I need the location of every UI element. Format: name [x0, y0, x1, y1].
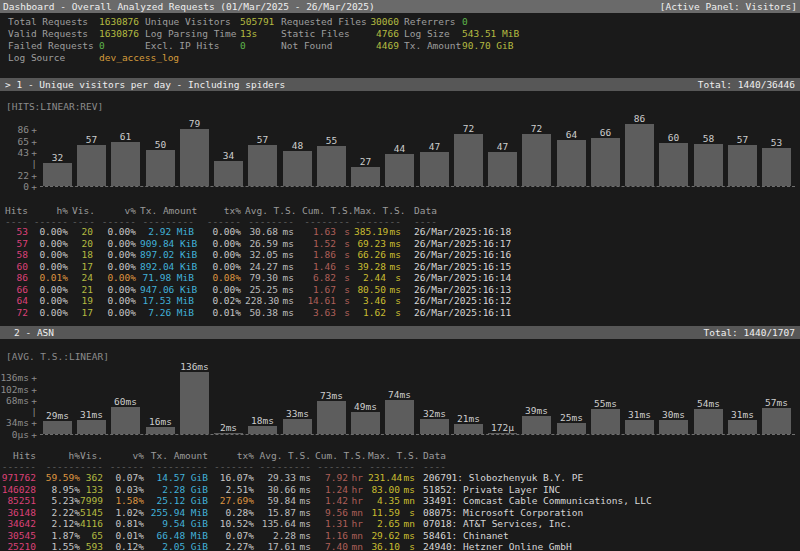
- cell-data: 07018: AT&T Services, Inc.: [423, 518, 795, 529]
- cell-max-unit: s: [400, 507, 415, 518]
- y-axis-tick: +: [30, 417, 38, 428]
- cell-cum: 1.24: [315, 484, 348, 495]
- cell-data: 26/Mar/2025:16:14: [414, 272, 794, 283]
- cell-tx: 25.12 GiB: [148, 495, 208, 506]
- table-row[interactable]: 580.00%180.00%897.02 KiB0.00%32.05ms1.86…: [0, 249, 800, 260]
- header-separator: ------: [0, 461, 36, 472]
- cell-cum-unit: s: [336, 261, 350, 272]
- table-row[interactable]: 860.01%240.00%71.98 MiB0.08%79.30ms6.82s…: [0, 272, 800, 283]
- cell-max-unit: ms: [386, 261, 401, 272]
- table-row[interactable]: 852515.23%79991.58%25.12 GiB27.69%59.84m…: [0, 495, 800, 506]
- chart-metric-label: [AVG. T.S.:LINEAR]: [6, 351, 109, 362]
- cell-max-unit: s: [386, 272, 401, 283]
- column-header-vp: v%: [107, 450, 144, 461]
- cell-h: 146028: [0, 484, 36, 495]
- y-axis-tick-label: 68ms: [0, 395, 29, 406]
- bar: [420, 419, 449, 434]
- bar: [146, 150, 175, 186]
- cell-tx: 66.48 MiB: [148, 530, 208, 541]
- cell-vp: 0.12%: [107, 541, 144, 551]
- header-separator: ----------: [148, 461, 208, 472]
- column-header-data: Data: [423, 450, 795, 461]
- bar: [351, 167, 380, 186]
- cell-hp: 0.00%: [32, 295, 68, 306]
- table-row[interactable]: 346422.12%41160.81%9.54 GiB10.52%135.64m…: [0, 518, 800, 529]
- y-axis-tick: |: [30, 158, 38, 169]
- y-axis-tick: +: [30, 395, 38, 406]
- cell-avg: 79.30: [245, 272, 278, 283]
- bar: [111, 142, 140, 186]
- cell-txp: 0.00%: [204, 261, 241, 272]
- cell-vp: 0.07%: [107, 472, 144, 483]
- cell-max-unit: s: [400, 541, 415, 551]
- cell-hp: 0.00%: [32, 307, 68, 318]
- cell-data: 26/Mar/2025:16:11: [414, 307, 794, 318]
- cell-cum: 6.82: [302, 272, 336, 283]
- chart-metric-label: [HITS:LINEAR:REV]: [6, 101, 103, 112]
- cell-cum-unit: s: [336, 238, 350, 249]
- cell-avg-unit: ms: [296, 484, 311, 495]
- cell-tx: 897.02 KiB: [140, 249, 194, 260]
- cell-max-unit: ms: [386, 238, 401, 249]
- table-row[interactable]: 720.00%170.00%7.26 MiB0.01%50.38ms3.63s1…: [0, 307, 800, 318]
- bar-value-label: 61: [103, 131, 148, 142]
- bar-value-label: 16ms: [138, 416, 183, 427]
- summary-label: Excl. IP Hits: [145, 40, 219, 51]
- cell-cum: 1.16: [315, 530, 348, 541]
- cell-max-unit: ms: [400, 484, 415, 495]
- cell-data: 58461: Chinanet: [423, 530, 795, 541]
- panel1-header[interactable]: > 1 - Unique visitors per day - Includin…: [0, 78, 800, 91]
- table-row[interactable]: 361482.22%51451.02%255.94 MiB0.28%15.87m…: [0, 507, 800, 518]
- table-row[interactable]: 1460288.95%1330.03%2.28 GiB2.51%30.66ms1…: [0, 484, 800, 495]
- cell-hp: 8.95%: [42, 484, 80, 495]
- bar: [659, 420, 688, 434]
- summary-label: Failed Requests: [8, 40, 94, 51]
- bar: [43, 163, 72, 186]
- cell-tx: 2.92 MiB: [140, 226, 194, 237]
- cell-tx: 7.26 MiB: [140, 307, 194, 318]
- table-row[interactable]: 600.00%170.00%892.04 KiB0.00%24.27ms1.46…: [0, 261, 800, 272]
- bar: [146, 427, 175, 434]
- cell-avg-unit: ms: [278, 249, 294, 260]
- table-row[interactable]: 97176259.59%3620.07%14.57 GiB16.07%29.33…: [0, 472, 800, 483]
- cell-avg-unit: ms: [296, 541, 311, 551]
- y-axis-tick: +: [30, 124, 38, 135]
- cell-cum-unit: mn: [348, 507, 363, 518]
- y-axis-tick-label: 34ms: [0, 417, 29, 428]
- cell-txp: 2.27%: [212, 541, 254, 551]
- bar-value-label: 73ms: [309, 390, 354, 401]
- column-header-avg: Avg. T.S.: [245, 205, 294, 216]
- cell-v: 65: [77, 530, 103, 541]
- table-row[interactable]: 252101.55%5930.12%2.05 GiB2.27%17.61ms7.…: [0, 541, 800, 551]
- table-row[interactable]: 530.00%200.00%2.92 MiB0.00%30.68ms1.63s3…: [0, 226, 800, 237]
- y-axis-tick: +: [30, 147, 38, 158]
- bar: [385, 400, 414, 434]
- cell-max: 1.62: [354, 307, 386, 318]
- cell-data: 33491: Comcast Cable Communications, LLC: [423, 495, 795, 506]
- bar: [43, 421, 72, 434]
- bar-value-label: 29ms: [35, 410, 80, 421]
- bar: [317, 401, 346, 434]
- cell-max-unit: ms: [386, 226, 401, 237]
- bar: [283, 419, 312, 434]
- cell-data: 26/Mar/2025:16:15: [414, 261, 794, 272]
- bar: [625, 124, 654, 186]
- cell-vp: 0.00%: [99, 226, 136, 237]
- cell-avg-unit: ms: [278, 226, 294, 237]
- table-row[interactable]: 305451.87%650.01%66.48 MiB0.07%2.28ms1.1…: [0, 530, 800, 541]
- summary-value: 4766: [360, 28, 399, 39]
- summary-label: Log Size: [404, 28, 450, 39]
- cell-txp: 2.51%: [212, 484, 254, 495]
- panel2-header[interactable]: 2 - ASN Total: 1440/1707: [0, 326, 800, 339]
- cell-cum-unit: s: [336, 284, 350, 295]
- cell-avg-unit: ms: [278, 261, 294, 272]
- cell-data: 26/Mar/2025:16:17: [414, 238, 794, 249]
- table-row[interactable]: 660.00%210.00%947.06 KiB0.00%25.25ms1.67…: [0, 284, 800, 295]
- cell-cum: 9.56: [315, 507, 348, 518]
- cell-hp: 0.00%: [32, 261, 68, 272]
- table-row[interactable]: 570.00%200.00%909.84 KiB0.00%26.59ms1.52…: [0, 238, 800, 249]
- table-row[interactable]: 640.00%190.00%17.53 MiB0.02%228.30ms14.6…: [0, 295, 800, 306]
- bar: [214, 433, 243, 434]
- cell-txp: 0.00%: [204, 226, 241, 237]
- column-header-txp: tx%: [204, 205, 241, 216]
